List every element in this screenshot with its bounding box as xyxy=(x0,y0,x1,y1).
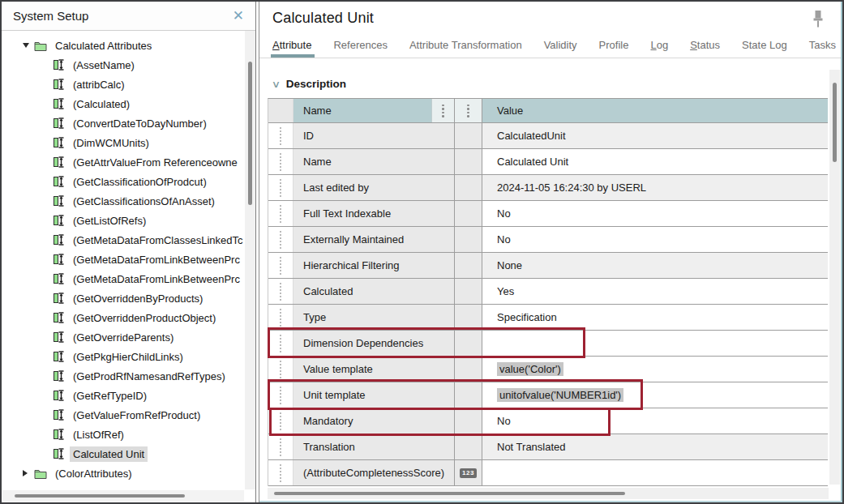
tree-label[interactable]: (ListOfRef) xyxy=(70,427,127,442)
tab-profile[interactable]: Profile xyxy=(599,39,629,51)
property-value-cell[interactable] xyxy=(482,331,828,356)
tree-label[interactable]: (attribCalc) xyxy=(70,77,128,92)
drag-handle-icon[interactable] xyxy=(280,179,281,197)
drag-handle-icon[interactable] xyxy=(280,205,281,223)
tree-label[interactable]: (ConvertDateToDayNumber) xyxy=(70,116,210,131)
tree-item-compliance[interactable]: (Compliance) xyxy=(2,483,245,489)
tree-label[interactable]: Calculated Attributes xyxy=(52,38,155,53)
tree-item-listofref[interactable]: (ListOfRef) xyxy=(2,425,245,444)
tree-item-dimwcmunits[interactable]: (DimWCMUnits) xyxy=(2,133,245,152)
scrollbar-thumb[interactable] xyxy=(833,83,837,162)
tree-label[interactable]: (GetProdRfNamesandRefTypes) xyxy=(70,369,229,384)
property-value-cell[interactable]: Specification xyxy=(482,305,828,330)
tree-item-calculated-attributes[interactable]: Calculated Attributes xyxy=(2,36,245,55)
property-value-cell[interactable]: Not Translated xyxy=(482,434,828,459)
property-value-cell[interactable]: No xyxy=(482,227,828,252)
tree-item-getreftypeid[interactable]: (GetRefTypeID) xyxy=(2,386,245,405)
scrollbar-thumb[interactable] xyxy=(248,62,252,205)
name-column-options[interactable] xyxy=(431,99,454,122)
tree-label[interactable]: (Calculated) xyxy=(70,96,133,112)
tree-label[interactable]: (GetValueFromRefProduct) xyxy=(70,408,204,423)
tree-label[interactable]: (GetRefTypeID) xyxy=(70,388,150,404)
drag-handle-icon[interactable] xyxy=(280,438,281,456)
tree-item-getvaluefromrefproduct[interactable]: (GetValueFromRefProduct) xyxy=(2,405,245,425)
tree-label[interactable]: (GetAttrValueFrom Referenceowne xyxy=(70,155,241,170)
row-drag-handle-cell[interactable] xyxy=(268,201,293,226)
tree-item-getmetadatafromclasseslinkedtc[interactable]: (GetMetaDataFromClassesLinkedTc xyxy=(2,230,245,250)
row-drag-handle-cell[interactable] xyxy=(268,123,293,148)
tree-item-attribcalc[interactable]: (attribCalc) xyxy=(2,75,245,94)
description-section-header[interactable]: ∨ Description xyxy=(272,78,346,90)
column-menu-icon[interactable] xyxy=(442,105,444,117)
tab-tasks[interactable]: Tasks xyxy=(809,39,836,51)
drag-handle-icon[interactable] xyxy=(280,464,281,482)
tree-label[interactable]: (GetOverriddenProductObject) xyxy=(70,310,219,326)
tree-label[interactable]: (AssetName) xyxy=(70,58,138,73)
drag-handle-icon[interactable] xyxy=(280,127,281,145)
row-drag-handle-cell[interactable] xyxy=(268,227,293,252)
drag-handle-icon[interactable] xyxy=(280,153,281,171)
pin-icon[interactable] xyxy=(812,10,825,32)
tree-label[interactable]: (GetListOfRefs) xyxy=(70,213,149,229)
tree-item-getlistofrefs[interactable]: (GetListOfRefs) xyxy=(2,211,245,230)
row-drag-handle-cell[interactable] xyxy=(268,305,293,330)
tree-item-getattrvaluefrom-referenceowne[interactable]: (GetAttrValueFrom Referenceowne xyxy=(2,152,245,172)
tree-item-getoverriddenbyproducts[interactable]: (GetOverriddenByProducts) xyxy=(2,288,245,308)
drag-handle-icon[interactable] xyxy=(280,387,281,404)
tree-item-calculated[interactable]: (Calculated) xyxy=(2,94,245,113)
row-drag-handle-cell[interactable] xyxy=(268,434,293,459)
badge-column-options[interactable] xyxy=(455,99,482,122)
column-menu-icon[interactable] xyxy=(467,105,469,117)
row-drag-handle-cell[interactable] xyxy=(268,175,293,200)
scrollbar-thumb[interactable] xyxy=(15,494,185,498)
tree-label[interactable]: (GetMetaDataFromClassesLinkedTc xyxy=(70,233,245,248)
row-drag-handle-cell[interactable] xyxy=(268,460,293,485)
property-value-cell[interactable]: CalculatedUnit xyxy=(482,123,828,148)
row-drag-handle-cell[interactable] xyxy=(268,408,293,434)
drag-handle-icon[interactable] xyxy=(280,335,281,352)
row-drag-handle-cell[interactable] xyxy=(268,331,293,356)
drag-handle-icon[interactable] xyxy=(280,257,281,275)
tree-item-getclassificationsofanasset[interactable]: (GetClassificationsOfAnAsset) xyxy=(2,191,245,211)
tree-label[interactable]: (ColorAttributes) xyxy=(52,466,135,481)
tree-item-calculated-unit[interactable]: Calculated Unit xyxy=(2,444,245,463)
tab-log[interactable]: Log xyxy=(650,39,668,51)
drag-handle-icon[interactable] xyxy=(280,231,281,249)
drag-handle-icon[interactable] xyxy=(280,412,281,430)
tree-label[interactable]: (GetClassificationOfProdcut) xyxy=(70,174,210,190)
tree-label[interactable]: (GetPkgHierChildLinks) xyxy=(70,349,186,365)
close-icon[interactable]: ✕ xyxy=(229,7,247,24)
drag-handle-icon[interactable] xyxy=(280,283,281,301)
tree-label-selected[interactable]: Calculated Unit xyxy=(70,446,148,462)
property-value-cell[interactable]: No xyxy=(482,201,828,226)
tree-item-getoverriddenproductobject[interactable]: (GetOverriddenProductObject) xyxy=(2,308,245,327)
tree-item-colorattributes[interactable]: (ColorAttributes) xyxy=(2,463,245,483)
property-value-cell[interactable]: No xyxy=(482,408,828,434)
scrollbar-thumb[interactable] xyxy=(274,492,625,495)
drag-handle-icon[interactable] xyxy=(280,309,281,327)
expander-collapsed-icon[interactable] xyxy=(23,470,28,476)
tree-label[interactable]: (Compliance) xyxy=(52,485,121,490)
tree-item-getprodrfnamesandreftypes[interactable]: (GetProdRfNamesandRefTypes) xyxy=(2,366,245,386)
row-drag-handle-cell[interactable] xyxy=(268,279,293,304)
tab-validity[interactable]: Validity xyxy=(544,39,577,51)
template-expression[interactable]: unitofvalue('NUMBER1id') xyxy=(497,388,623,402)
tab-state-log[interactable]: State Log xyxy=(742,39,787,51)
tree-item-getoverrideparents[interactable]: (GetOverrideParents) xyxy=(2,327,245,347)
row-drag-handle-cell[interactable] xyxy=(268,357,293,382)
tree-label[interactable]: (GetMetaDataFromLinkBetweenPrc xyxy=(70,252,243,267)
tab-status[interactable]: Status xyxy=(690,39,720,51)
property-value-cell[interactable] xyxy=(482,460,828,485)
drag-handle-icon[interactable] xyxy=(280,361,281,378)
tab-attribute-transformation[interactable]: Attribute Transformation xyxy=(409,39,522,51)
row-drag-handle-cell[interactable] xyxy=(268,382,293,408)
row-drag-handle-cell[interactable] xyxy=(268,253,293,278)
property-value-cell[interactable]: Yes xyxy=(482,279,828,304)
tree-label[interactable]: (GetOverriddenByProducts) xyxy=(70,291,206,306)
property-value-cell[interactable]: unitofvalue('NUMBER1id') xyxy=(482,382,828,408)
tree-label[interactable]: (DimWCMUnits) xyxy=(70,135,152,151)
tree-item-getmetadatafromlinkbetweenprc[interactable]: (GetMetaDataFromLinkBetweenPrc xyxy=(2,269,245,288)
tab-references[interactable]: References xyxy=(333,39,387,51)
tree-item-assetname[interactable]: (AssetName) xyxy=(2,55,245,75)
row-drag-handle-cell[interactable] xyxy=(268,149,293,174)
